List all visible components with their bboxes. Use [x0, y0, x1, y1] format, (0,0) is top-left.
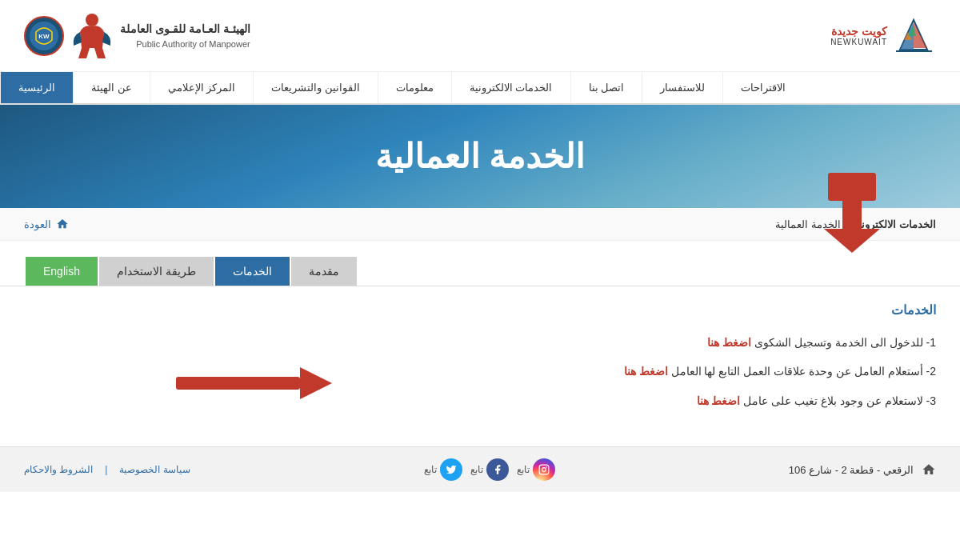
nav-contact[interactable]: اتصل بنا: [570, 72, 642, 103]
service-list: 1- للدخول الى الخدمة وتسجيل الشكوى اضغط …: [24, 334, 936, 410]
facebook-icon: [486, 458, 509, 481]
service-item-3: 3- لاستعلام عن وجود بلاغ تغيب على عامل ا…: [24, 392, 936, 410]
tab-intro[interactable]: مقدمة: [291, 257, 357, 286]
service-3-number: 3-: [926, 394, 936, 407]
newkuwait-logo[interactable]: كويت جديدة NEWKUWAIT: [830, 16, 936, 56]
main-nav: الرئيسية عن الهيئة المركز الإعلامي القوا…: [0, 72, 960, 105]
svg-point-17: [546, 466, 547, 468]
pam-figure-icon: [72, 12, 112, 60]
pam-logo-block: الهيئـة العـامة للقـوى العاملة Public Au…: [24, 12, 250, 60]
footer-social: تابع تابع تابع: [424, 458, 555, 481]
svg-point-6: [86, 14, 98, 26]
footer: الرقعي - قطعة 2 - شارع 106 تابع تابع تاب…: [0, 446, 960, 492]
footer-terms-link[interactable]: الشروط والاحكام: [24, 464, 93, 475]
kuwait-emblem-icon: KW: [24, 16, 64, 56]
home-icon: [56, 218, 69, 230]
content-area: الخدمات 1- للدخول الى الخدمة وتسجيل الشك…: [0, 286, 960, 446]
hero-title: الخدمة العمالية: [24, 137, 936, 176]
nav-laws[interactable]: القوانين والتشريعات: [253, 72, 378, 103]
twitter-follow-label: تابع: [424, 464, 437, 475]
footer-address: الرقعي - قطعة 2 - شارع 106: [789, 464, 914, 476]
facebook-social[interactable]: تابع: [470, 458, 509, 481]
service-2-link[interactable]: اضغط هنا: [624, 365, 668, 378]
breadcrumb-separator: \: [846, 218, 849, 230]
instagram-social[interactable]: تابع: [517, 458, 555, 481]
services-section-title: الخدمات: [24, 302, 936, 318]
service-item-1: 1- للدخول الى الخدمة وتسجيل الشكوى اضغط …: [24, 334, 936, 351]
breadcrumb-back[interactable]: العودة: [24, 218, 69, 230]
twitter-social[interactable]: تابع: [424, 458, 462, 481]
service-2-text: أستعلام العامل عن وحدة علاقات العمل التا…: [668, 365, 923, 378]
tab-english[interactable]: English: [26, 257, 98, 286]
breadcrumb: الخدمات الالكترونية \ الخدمة العمالية: [775, 218, 936, 230]
svg-text:KW: KW: [38, 33, 50, 40]
service-item-2: 2- أستعلام العامل عن وحدة علاقات العمل ا…: [24, 362, 936, 380]
nk-arabic-label: كويت جديدة: [830, 25, 887, 38]
service-3-text: لاستعلام عن وجود بلاغ تغيب على عامل: [740, 394, 922, 407]
svg-point-16: [542, 468, 546, 472]
nav-home[interactable]: الرئيسية: [0, 72, 73, 103]
service-1-link[interactable]: اضغط هنا: [707, 336, 751, 349]
pam-arabic-name: الهيئـة العـامة للقـوى العاملة: [120, 21, 250, 38]
footer-separator: |: [105, 464, 107, 475]
footer-links: سياسة الخصوصية | الشروط والاحكام: [24, 464, 190, 475]
footer-home-icon: [922, 462, 936, 477]
nav-info[interactable]: معلومات: [378, 72, 451, 103]
breadcrumb-current: الخدمة العمالية: [775, 218, 841, 230]
facebook-follow-label: تابع: [470, 464, 483, 475]
tab-services[interactable]: الخدمات: [215, 257, 290, 286]
nav-media[interactable]: المركز الإعلامي: [150, 72, 254, 103]
sailboat-icon: [892, 16, 936, 56]
pam-english-name: Public Authority of Manpower: [120, 38, 250, 51]
tabs-wrapper: مقدمة الخدمات طريقة الاستخدام English: [0, 241, 960, 286]
tab-howto[interactable]: طريقة الاستخدام: [99, 257, 214, 286]
service-2-number: 2-: [926, 365, 936, 378]
instagram-follow-label: تابع: [517, 464, 530, 475]
nav-suggestions[interactable]: الاقتراحات: [722, 72, 803, 103]
breadcrumb-bar: الخدمات الالكترونية \ الخدمة العمالية ال…: [0, 208, 960, 241]
service-1-number: 1-: [926, 336, 936, 349]
twitter-icon: [440, 458, 462, 481]
instagram-icon: [533, 458, 555, 481]
nav-eservices[interactable]: الخدمات الالكترونية: [451, 72, 570, 103]
footer-left: الرقعي - قطعة 2 - شارع 106: [789, 462, 936, 477]
breadcrumb-eservices[interactable]: الخدمات الالكترونية: [853, 218, 936, 230]
hero-banner: الخدمة العمالية: [0, 105, 960, 208]
nav-inquiry[interactable]: للاستفسار: [642, 72, 722, 103]
tabs-section: مقدمة الخدمات طريقة الاستخدام English: [0, 241, 960, 286]
back-label: العودة: [24, 218, 51, 230]
service-1-text: للدخول الى الخدمة وتسجيل الشكوى: [751, 336, 922, 349]
service-3-link[interactable]: اضغط هنا: [697, 394, 741, 407]
header: كويت جديدة NEWKUWAIT الهيئـة العـامة للق…: [0, 0, 960, 72]
footer-privacy-link[interactable]: سياسة الخصوصية: [119, 464, 190, 475]
nav-about[interactable]: عن الهيئة: [73, 72, 150, 103]
nk-english-label: NEWKUWAIT: [830, 38, 887, 46]
svg-rect-15: [539, 465, 549, 474]
